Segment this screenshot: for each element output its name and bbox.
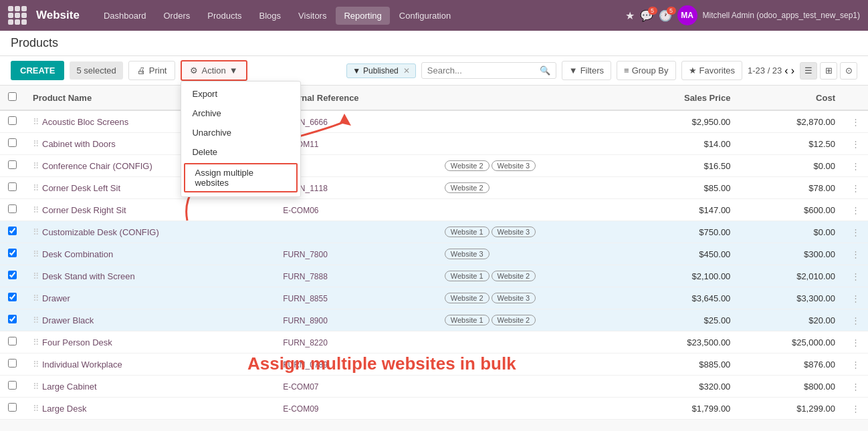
- row-menu-icon[interactable]: ⋮: [851, 293, 860, 303]
- product-link[interactable]: Drawer Black: [42, 315, 94, 325]
- row-menu-cell[interactable]: ⋮: [843, 376, 868, 398]
- product-link[interactable]: Cabinet with Doors: [42, 139, 116, 149]
- row-checkbox[interactable]: [8, 359, 17, 368]
- row-menu-icon[interactable]: ⋮: [851, 205, 860, 215]
- row-checkbox[interactable]: [8, 293, 17, 301]
- select-all-header[interactable]: [0, 86, 25, 110]
- drag-handle[interactable]: ⠿: [33, 382, 39, 392]
- drag-handle[interactable]: ⠿: [33, 161, 39, 171]
- row-checkbox-cell[interactable]: [0, 155, 25, 177]
- clock-icon[interactable]: 🕐 5: [659, 9, 672, 22]
- row-menu-icon[interactable]: ⋮: [851, 117, 860, 127]
- menu-orders[interactable]: Orders: [155, 7, 198, 25]
- filters-button[interactable]: ▼ Filters: [562, 61, 611, 80]
- row-checkbox[interactable]: [8, 271, 17, 279]
- row-menu-cell[interactable]: ⋮: [843, 199, 868, 221]
- activity-view-button[interactable]: ⊙: [840, 62, 857, 80]
- row-menu-cell[interactable]: ⋮: [843, 133, 868, 155]
- row-checkbox[interactable]: [8, 403, 17, 412]
- menu-products[interactable]: Products: [199, 7, 249, 25]
- apps-grid-icon[interactable]: [8, 6, 27, 25]
- product-link[interactable]: Acoustic Bloc Screens: [42, 117, 128, 127]
- ref-link[interactable]: FURN_7888: [283, 272, 328, 281]
- row-checkbox[interactable]: [8, 337, 17, 345]
- row-menu-cell[interactable]: ⋮: [843, 398, 868, 420]
- ref-link[interactable]: FURN_0789: [283, 360, 328, 370]
- ref-link[interactable]: E-COM06: [283, 206, 318, 215]
- row-menu-cell[interactable]: ⋮: [843, 110, 868, 133]
- product-link[interactable]: Large Desk: [42, 404, 86, 414]
- ref-link[interactable]: E-COM09: [283, 404, 318, 414]
- menu-blogs[interactable]: Blogs: [251, 7, 290, 25]
- favorites-button[interactable]: ★ Favorites: [681, 61, 742, 80]
- drag-handle[interactable]: ⠿: [33, 205, 39, 215]
- ref-link[interactable]: FURN_7800: [283, 250, 328, 259]
- row-menu-cell[interactable]: ⋮: [843, 243, 868, 265]
- row-menu-icon[interactable]: ⋮: [851, 271, 860, 281]
- action-archive[interactable]: Archive: [181, 104, 300, 123]
- drag-handle[interactable]: ⠿: [33, 293, 39, 303]
- row-menu-icon[interactable]: ⋮: [851, 227, 860, 237]
- row-menu-cell[interactable]: ⋮: [843, 353, 868, 376]
- action-delete[interactable]: Delete: [181, 142, 300, 162]
- row-menu-cell[interactable]: ⋮: [843, 177, 868, 199]
- row-menu-icon[interactable]: ⋮: [851, 360, 860, 370]
- product-link[interactable]: Desk Combination: [42, 249, 113, 259]
- row-menu-icon[interactable]: ⋮: [851, 183, 860, 193]
- row-menu-icon[interactable]: ⋮: [851, 139, 860, 149]
- row-checkbox[interactable]: [8, 204, 17, 213]
- row-menu-cell[interactable]: ⋮: [843, 287, 868, 309]
- avatar[interactable]: MA: [677, 5, 697, 25]
- product-link[interactable]: Large Cabinet: [42, 382, 97, 392]
- drag-handle[interactable]: ⠿: [33, 117, 39, 127]
- row-checkbox[interactable]: [8, 182, 17, 191]
- row-menu-cell[interactable]: ⋮: [843, 309, 868, 331]
- drag-handle[interactable]: ⠿: [33, 360, 39, 370]
- row-menu-cell[interactable]: ⋮: [843, 155, 868, 177]
- row-menu-cell[interactable]: ⋮: [843, 331, 868, 353]
- row-menu-icon[interactable]: ⋮: [851, 249, 860, 259]
- action-unarchive[interactable]: Unarchive: [181, 123, 300, 142]
- product-link[interactable]: Customizable Desk (CONFIG): [42, 227, 159, 237]
- row-menu-icon[interactable]: ⋮: [851, 404, 860, 414]
- menu-reporting[interactable]: Reporting: [336, 7, 389, 25]
- drag-handle[interactable]: ⠿: [33, 249, 39, 259]
- row-checkbox-cell[interactable]: [0, 376, 25, 398]
- row-checkbox[interactable]: [8, 138, 17, 147]
- prev-page-button[interactable]: ‹: [784, 65, 788, 77]
- row-checkbox-cell[interactable]: [0, 221, 25, 243]
- print-button[interactable]: 🖨 Print: [128, 61, 176, 80]
- drag-handle[interactable]: ⠿: [33, 404, 39, 414]
- row-menu-icon[interactable]: ⋮: [851, 337, 860, 347]
- row-checkbox[interactable]: [8, 160, 17, 169]
- menu-configuration[interactable]: Configuration: [391, 7, 459, 25]
- search-input[interactable]: [427, 65, 540, 76]
- row-checkbox-cell[interactable]: [0, 353, 25, 376]
- row-menu-icon[interactable]: ⋮: [851, 315, 860, 325]
- search-icon[interactable]: 🔍: [540, 65, 550, 76]
- list-view-button[interactable]: ☰: [800, 62, 817, 80]
- product-link[interactable]: Conference Chair (CONFIG): [42, 161, 152, 171]
- product-link[interactable]: Corner Desk Left Sit: [42, 183, 120, 193]
- remove-filter-button[interactable]: ✕: [403, 66, 410, 76]
- row-menu-icon[interactable]: ⋮: [851, 161, 860, 171]
- row-checkbox-cell[interactable]: [0, 309, 25, 331]
- drag-handle[interactable]: ⠿: [33, 183, 39, 193]
- ref-link[interactable]: FURN_8220: [283, 338, 328, 347]
- next-page-button[interactable]: ›: [791, 65, 794, 77]
- row-checkbox-cell[interactable]: [0, 110, 25, 133]
- menu-visitors[interactable]: Visitors: [290, 7, 334, 25]
- drag-handle[interactable]: ⠿: [33, 271, 39, 281]
- row-checkbox-cell[interactable]: [0, 287, 25, 309]
- row-checkbox-cell[interactable]: [0, 265, 25, 287]
- action-export[interactable]: Export: [181, 84, 300, 104]
- action-assign-websites[interactable]: Assign multiple websites: [184, 163, 298, 192]
- row-menu-cell[interactable]: ⋮: [843, 221, 868, 243]
- product-link[interactable]: Four Person Desk: [42, 337, 112, 347]
- drag-handle[interactable]: ⠿: [33, 315, 39, 325]
- row-checkbox[interactable]: [8, 116, 17, 125]
- chat-icon[interactable]: 💬 5: [640, 9, 653, 22]
- row-checkbox-cell[interactable]: [0, 199, 25, 221]
- select-all-checkbox[interactable]: [8, 92, 17, 101]
- ref-link[interactable]: FURN_8855: [283, 294, 328, 303]
